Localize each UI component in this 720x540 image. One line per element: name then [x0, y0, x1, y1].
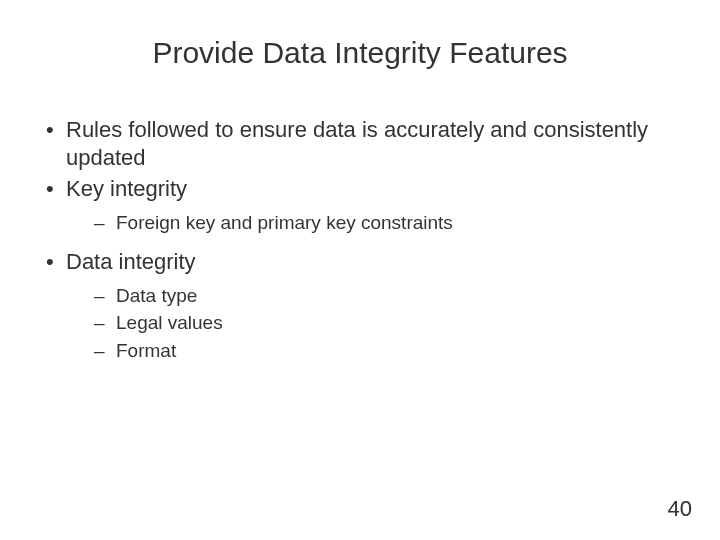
- sub-list: Foreign key and primary key constraints: [66, 209, 680, 237]
- sub-list: Data type Legal values Format: [66, 282, 680, 365]
- list-item: Key integrity Foreign key and primary ke…: [40, 175, 680, 236]
- list-item: Format: [66, 337, 680, 365]
- list-item: Data type: [66, 282, 680, 310]
- list-item: Foreign key and primary key constraints: [66, 209, 680, 237]
- list-item-label: Key integrity: [66, 176, 187, 201]
- bullet-list: Rules followed to ensure data is accurat…: [40, 116, 680, 364]
- list-item: Legal values: [66, 309, 680, 337]
- list-item: Data integrity Data type Legal values Fo…: [40, 248, 680, 364]
- page-number: 40: [668, 496, 692, 522]
- slide-title: Provide Data Integrity Features: [40, 36, 680, 70]
- list-item-label: Data integrity: [66, 249, 196, 274]
- list-item: Rules followed to ensure data is accurat…: [40, 116, 680, 171]
